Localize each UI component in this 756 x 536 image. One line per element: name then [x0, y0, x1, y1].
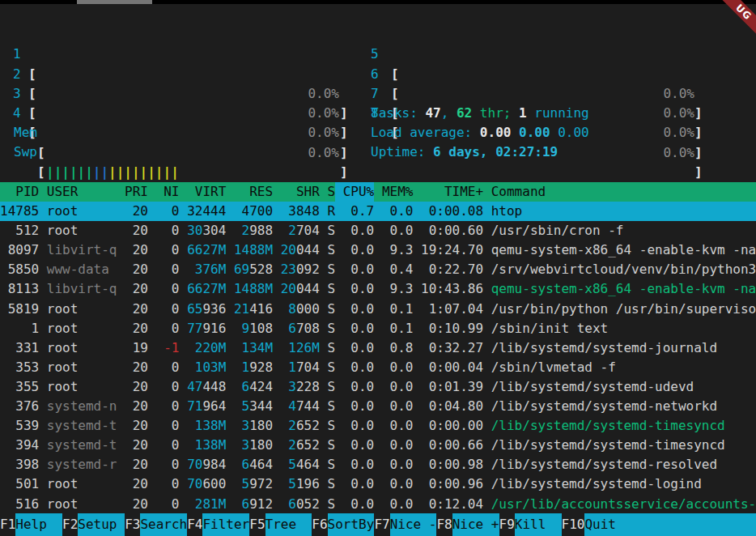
time-cell: 1:07.04	[421, 300, 483, 319]
shr-cell: 5464	[281, 455, 320, 474]
res-kb-part: 928	[249, 359, 273, 375]
ni-value: 0	[172, 418, 180, 433]
shr-kb-part: 652	[296, 437, 320, 453]
process-row[interactable]: 5850 www-data 20 0 376M 69528 23092 S 0.…	[0, 260, 756, 279]
process-row[interactable]: 512 root 20 0 30304 2988 2704 S 0.0 0.0 …	[0, 221, 756, 240]
pid-cell: 355	[0, 377, 39, 397]
fn-action[interactable]: Filter	[202, 513, 249, 536]
tasks-summary: Tasks: 47, 62 thr; 1 running	[371, 104, 589, 123]
process-row[interactable]: 8113 libvirt-q 20 0 6627M 1488M 20044 S …	[0, 279, 756, 299]
meter-close-bracket: ]	[340, 143, 348, 163]
column-user[interactable]: USER	[47, 182, 117, 202]
shr-mb-part: 2	[288, 418, 296, 433]
command-cell: htop	[491, 202, 756, 221]
column-ni[interactable]: NI	[156, 182, 180, 202]
column-cpu-sort-active[interactable]: CPU%	[335, 182, 374, 202]
process-row[interactable]: 331 root 19 -1 220M 134M 126M S 0.0 0.8 …	[0, 338, 756, 358]
column-shr[interactable]: SHR	[281, 182, 320, 202]
ni-value: 0	[172, 437, 180, 453]
virt-mb-part: 6627M	[187, 242, 226, 257]
pid-cell: 398	[0, 455, 39, 474]
virt-kb-part: 448	[202, 379, 226, 394]
fn-key[interactable]: F6	[312, 513, 327, 536]
process-row[interactable]: 5819 root 20 0 65936 21416 8000 S 0.0 0.…	[0, 300, 756, 319]
mem-bars-used: ||||||	[46, 164, 93, 180]
process-row[interactable]: 501 root 20 0 70600 5972 5196 S 0.0 0.0 …	[0, 474, 756, 494]
fn-action[interactable]: Quit	[584, 513, 756, 536]
column-pri[interactable]: PRI	[125, 182, 148, 202]
fn-key[interactable]: F5	[249, 513, 265, 536]
fn-action[interactable]: Setup	[78, 513, 125, 536]
process-row[interactable]: 14785 root 20 0 32444 4700 3848 R 0.7 0.…	[0, 202, 756, 221]
state-cell: S	[327, 279, 335, 299]
column-virt[interactable]: VIRT	[187, 182, 226, 202]
shr-cell: 126M	[281, 338, 320, 358]
res-mb-part: 2	[242, 223, 250, 238]
fn-key[interactable]: F8	[436, 513, 452, 536]
pri-cell: 20	[125, 221, 148, 240]
process-row[interactable]: 8097 libvirt-q 20 0 6627M 1488M 20044 S …	[0, 240, 756, 260]
fn-key[interactable]: F3	[125, 513, 140, 536]
ni-value: 0	[172, 262, 180, 277]
ni-value: 0	[172, 242, 180, 257]
fn-action[interactable]: Nice +	[452, 513, 499, 536]
fn-key[interactable]: F2	[62, 513, 78, 536]
process-rows: 14785 root 20 0 32444 4700 3848 R 0.7 0.…	[0, 202, 756, 514]
pri-cell: 20	[125, 240, 148, 260]
fn-action[interactable]: Search	[140, 513, 187, 536]
virt-mb-part: 220M	[195, 340, 227, 355]
fn-action[interactable]: Help	[15, 513, 62, 536]
column-state[interactable]: S	[327, 182, 335, 202]
res-cell: 6912	[234, 495, 273, 514]
column-mem[interactable]: MEM%	[382, 182, 414, 202]
process-row[interactable]: 394 systemd-t 20 0 138M 3180 2652 S 0.0 …	[0, 436, 756, 455]
shr-cell: 1704	[281, 358, 320, 377]
process-row[interactable]: 1 root 20 0 77916 9108 6708 S 0.0 0.1 0:…	[0, 319, 756, 338]
column-time[interactable]: TIME+	[421, 182, 483, 202]
user-cell: www-data	[47, 260, 117, 279]
shr-mb-part: 1	[288, 359, 296, 375]
command-cell: /lib/systemd/systemd-udevd	[491, 377, 756, 397]
process-row[interactable]: 516 root 20 0 281M 6912 6052 S 0.0 0.0 0…	[0, 495, 756, 514]
meter-close-bracket: ]	[694, 163, 703, 182]
column-pid[interactable]: PID	[0, 182, 39, 202]
command-cell: /sbin/lvmetad -f	[491, 358, 756, 377]
virt-cell: 138M	[187, 416, 226, 436]
cpu-meters-right: 5 [ 0.0% ] 6 [ 0.0% ] 7 [ 0.0% ] 8 [	[0, 25, 756, 104]
process-row[interactable]: 355 root 20 0 47448 6424 3228 S 0.0 0.0 …	[0, 377, 756, 397]
fn-action[interactable]: SortBy	[328, 513, 375, 536]
mem-cell: 0.0	[382, 416, 414, 436]
fn-key[interactable]: F4	[187, 513, 202, 536]
res-cell: 134M	[234, 338, 273, 358]
res-mb-part: 5	[242, 476, 250, 491]
fn-action[interactable]: Tree	[265, 513, 312, 536]
fn-key[interactable]: F7	[374, 513, 389, 536]
virt-cell: 138M	[187, 436, 226, 455]
pri-cell: 20	[125, 319, 148, 338]
fn-key[interactable]: F1	[0, 513, 15, 536]
process-row[interactable]: 353 root 20 0 103M 1928 1704 S 0.0 0.0 0…	[0, 358, 756, 377]
command-cell: /lib/systemd/systemd-timesyncd	[491, 436, 756, 455]
cpu-cell: 0.0	[335, 358, 374, 377]
cpu-cell: 0.0	[335, 260, 374, 279]
process-row[interactable]: 539 systemd-t 20 0 138M 3180 2652 S 0.0 …	[0, 416, 756, 436]
column-res[interactable]: RES	[234, 182, 273, 202]
virt-mb-part: 70	[187, 457, 202, 472]
virt-cell: 71964	[187, 397, 226, 416]
fn-action[interactable]: Nice -	[390, 513, 437, 536]
res-cell: 1488M	[234, 240, 273, 260]
browser-tab[interactable]	[77, 0, 152, 4]
tasks-count: 47	[425, 105, 440, 121]
state-cell: S	[327, 221, 335, 240]
ni-value: 0	[172, 379, 180, 394]
fn-action[interactable]: Kill	[515, 513, 562, 536]
res-cell: 2988	[234, 221, 273, 240]
process-row[interactable]: 398 systemd-r 20 0 70984 6464 5464 S 0.0…	[0, 455, 756, 474]
process-row[interactable]: 376 systemd-n 20 0 71964 5344 4744 S 0.0…	[0, 397, 756, 416]
virt-kb-part: 936	[202, 301, 226, 317]
column-command[interactable]: Command	[491, 182, 756, 202]
uptime-value: 6 days, 02:27:19	[433, 144, 558, 160]
fn-key[interactable]: F10	[562, 513, 585, 536]
fn-key[interactable]: F9	[499, 513, 515, 536]
mem-cell: 0.1	[382, 300, 414, 319]
